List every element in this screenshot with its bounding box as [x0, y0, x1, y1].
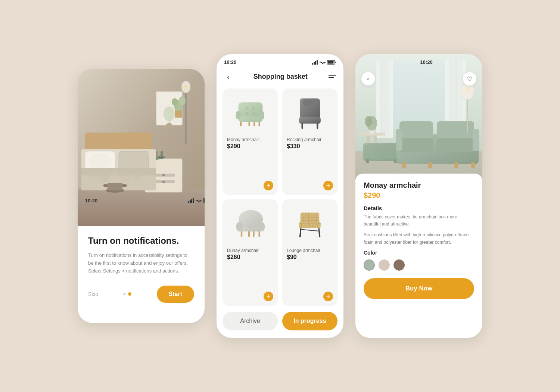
svg-rect-69 [299, 117, 321, 124]
basket-title: Shopping basket [253, 73, 308, 81]
pagination-dots [123, 292, 131, 296]
chair-image-monay [227, 93, 273, 134]
hero-sofa-image: 10:20 [355, 54, 482, 181]
add-button-lounge[interactable]: + [323, 292, 333, 301]
time-display: 10:20 [85, 198, 97, 203]
product-detail: Monay armchair $290 Details The fabric c… [355, 174, 482, 338]
wifi-icon-2 [320, 60, 326, 65]
phone-2-frame: 10:20 ‹ Shopping basket [217, 54, 343, 338]
favorite-button[interactable]: ♡ [463, 72, 476, 85]
status-icons-2 [312, 60, 336, 65]
svg-point-4 [198, 202, 199, 202]
svg-point-62 [252, 108, 254, 109]
product-price-monay: $290 [227, 143, 273, 150]
signal-icon-2 [312, 60, 318, 65]
basket-tabs: Archive In progress [217, 306, 343, 338]
lounge-chair-svg [293, 208, 327, 241]
menu-icon[interactable] [329, 75, 336, 78]
status-bar-2: 10:20 [217, 54, 343, 68]
nav-bar-2: ‹ Shopping basket [217, 68, 343, 88]
svg-point-78 [236, 222, 243, 231]
svg-point-61 [246, 108, 248, 109]
svg-rect-71 [317, 123, 318, 129]
battery-icon-2 [327, 60, 336, 65]
status-bar-1: 10:20 [85, 74, 205, 226]
swatch-beige[interactable] [379, 259, 390, 271]
add-button-monay[interactable]: + [264, 181, 273, 190]
svg-rect-48 [314, 62, 315, 65]
color-swatches [364, 259, 474, 271]
chair-image-dunay [227, 204, 273, 245]
swatch-brown[interactable] [393, 259, 405, 271]
swatch-green[interactable] [364, 259, 375, 271]
svg-rect-7 [204, 199, 205, 202]
color-section: Color [364, 250, 474, 271]
add-button-dunay[interactable]: + [264, 292, 273, 301]
product-detail-price: $290 [364, 191, 474, 200]
product-price-lounge: $90 [287, 254, 333, 261]
battery-icon [203, 198, 205, 203]
back-button-3[interactable]: ‹ [361, 72, 375, 85]
details-label: Details [364, 205, 474, 211]
product-name-lounge: Lounge armchair [287, 248, 333, 253]
hero-bedroom-image: 10:20 [78, 69, 205, 226]
svg-rect-2 [191, 199, 192, 203]
dot-2 [128, 292, 131, 296]
inprogress-tab[interactable]: In progress [282, 312, 337, 330]
phone-1-frame: 10:20 [78, 69, 205, 323]
time-display-2: 10:20 [224, 59, 236, 65]
product-name-rocking: Rocking armchair [287, 137, 333, 142]
notification-title: Turn on notifications. [88, 235, 194, 246]
back-button-2[interactable]: ‹ [224, 71, 233, 83]
chair-image-rocking [287, 93, 333, 134]
notification-desc: Turn on notifications in accessibility s… [88, 252, 194, 275]
dunay-chair-svg [233, 208, 267, 241]
product-card-rocking[interactable]: Rocking armchair $330 + [282, 88, 337, 195]
svg-point-79 [258, 222, 265, 231]
detail-text-1: The fabric cover makes the armchair look… [364, 214, 474, 228]
svg-rect-54 [328, 61, 334, 63]
color-label: Color [364, 250, 474, 256]
signal-icon [188, 198, 194, 203]
product-name-dunay: Dunay armchair [227, 248, 273, 253]
product-card-lounge[interactable]: Lounge armchair $90 + [282, 199, 337, 306]
rocking-chair-svg [293, 97, 327, 130]
svg-point-51 [322, 63, 323, 64]
add-button-rocking[interactable]: + [323, 181, 333, 190]
svg-rect-3 [193, 198, 194, 203]
buy-now-button[interactable]: Buy Now [364, 278, 474, 299]
product-price-rocking: $330 [287, 143, 333, 150]
svg-point-63 [246, 112, 248, 114]
time-display-3: 10:20 [420, 59, 432, 65]
svg-rect-66 [259, 111, 264, 119]
svg-rect-65 [236, 111, 241, 119]
skip-text[interactable]: Skip [88, 291, 98, 297]
hero-actions: ‹ ♡ [361, 72, 476, 85]
product-card-dunay[interactable]: Dunay armchair $260 + [223, 199, 278, 306]
svg-rect-53 [335, 62, 336, 63]
svg-rect-1 [190, 200, 191, 203]
detail-text-2: Seat cushions filled with high-resilienc… [364, 231, 474, 246]
status-icons [188, 198, 205, 203]
chair-image-lounge [287, 204, 333, 245]
svg-rect-49 [315, 61, 316, 65]
product-name-monay: Monay armchair [227, 137, 273, 142]
product-detail-title: Monay armchair [364, 181, 474, 190]
notification-content: Turn on notifications. Turn on notificat… [78, 226, 205, 323]
svg-rect-68 [303, 99, 317, 106]
dot-1 [123, 293, 126, 295]
start-button[interactable]: Start [157, 286, 194, 303]
archive-tab[interactable]: Archive [223, 312, 278, 330]
monay-chair-svg [233, 97, 267, 130]
svg-line-84 [301, 230, 319, 231]
svg-rect-70 [302, 123, 304, 129]
svg-rect-50 [317, 60, 318, 65]
product-card-monay[interactable]: Monay armchair $290 + [223, 88, 278, 195]
menu-line-2 [329, 77, 334, 78]
product-price-dunay: $260 [227, 254, 273, 261]
svg-rect-0 [188, 201, 189, 203]
product-grid: Monay armchair $290 + [217, 88, 343, 306]
wifi-icon [196, 198, 202, 203]
svg-point-64 [252, 112, 254, 114]
action-row: Skip Start [88, 286, 194, 303]
